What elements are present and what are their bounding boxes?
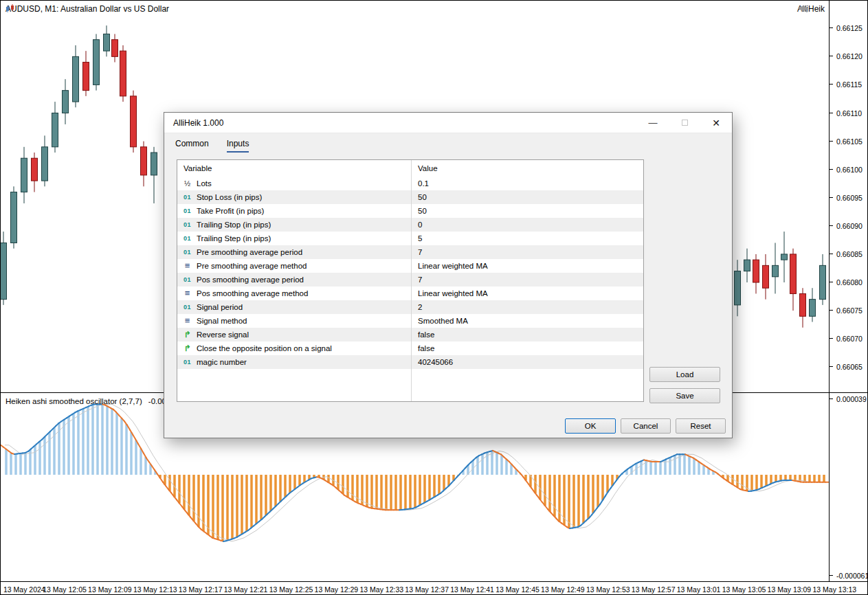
parameter-name: Signal method (197, 317, 247, 325)
time-axis[interactable]: 13 May 202413 May 12:0513 May 12:0913 Ma… (1, 581, 868, 595)
parameter-cell: 01magic number (177, 357, 412, 367)
parameter-value[interactable]: 50 (412, 193, 427, 201)
price-axis-label: 0.66080 (830, 278, 868, 287)
inputs-table: Variable Value ½Lots0.101Stop Loss (in p… (177, 159, 644, 402)
indicator-scale-max: 0.000039 (830, 395, 868, 403)
parameter-row[interactable]: 01Stop Loss (in pips)50 (177, 190, 643, 204)
parameter-name: Trailing Stop (in pips) (197, 221, 271, 229)
parameter-name: Trailing Step (in pips) (197, 234, 271, 243)
ok-button[interactable]: OK (565, 418, 616, 434)
enum-type-icon: ≡ (182, 261, 192, 271)
parameter-value[interactable]: 5 (412, 234, 422, 243)
parameter-name: Signal period (197, 303, 243, 311)
parameter-cell: ↱Reverse signal (177, 330, 412, 339)
parameter-cell: ≡Pos smoothing average method (177, 289, 412, 298)
time-axis-label: 13 May 12:57 (632, 585, 676, 594)
bool-type-icon: ↱ (182, 330, 192, 339)
parameter-name: Pos smoothing average method (197, 289, 308, 298)
table-header-row: Variable Value (177, 160, 643, 177)
symbol-label: AUDUSD, M1: Australian Dollar vs US Doll… (5, 4, 169, 14)
tab-common[interactable]: Common (175, 139, 209, 153)
tab-inputs[interactable]: Inputs (227, 139, 249, 153)
close-button[interactable]: ✕ (700, 113, 732, 133)
parameter-cell: ½Lots (177, 179, 412, 188)
time-axis-label: 13 May 12:09 (88, 585, 132, 594)
parameter-value[interactable]: Linear weighted MA (412, 262, 488, 270)
parameter-row[interactable]: 01Pre smoothing average period7 (177, 245, 643, 259)
parameter-name: Reverse signal (197, 330, 249, 339)
parameter-value[interactable]: 50 (412, 207, 427, 215)
time-axis-label: 13 May 12:21 (224, 585, 268, 594)
parameter-row[interactable]: ≡Pre smoothing average methodLinear weig… (177, 259, 643, 273)
price-axis-label: 0.66125 (830, 24, 868, 32)
load-button[interactable]: Load (649, 367, 720, 382)
price-axis-label: 0.66095 (830, 194, 868, 202)
parameter-value[interactable]: 2 (412, 303, 422, 311)
parameter-value[interactable]: 7 (412, 248, 422, 256)
time-axis-label: 13 May 12:41 (450, 585, 494, 594)
minimize-button[interactable]: — (637, 113, 669, 133)
parameter-row[interactable]: 01Trailing Step (in pips)5 (177, 232, 643, 245)
column-separator[interactable] (411, 160, 412, 401)
int-type-icon: 01 (182, 302, 192, 312)
price-axis-label: 0.66110 (830, 109, 868, 117)
parameter-row[interactable]: 01Pos smoothing average period7 (177, 273, 643, 287)
parameter-row[interactable]: 01Trailing Stop (in pips)0 (177, 218, 643, 232)
parameter-row[interactable]: ↱Reverse signalfalse (177, 328, 643, 341)
parameter-name: Lots (197, 179, 212, 188)
cancel-button[interactable]: Cancel (621, 418, 671, 434)
parameter-value[interactable]: 40245066 (412, 358, 453, 366)
symbol-info: AUDUSD, M1: Australian Dollar vs US Doll… (5, 4, 169, 14)
maximize-button[interactable] (669, 113, 700, 133)
time-axis-label: 13 May 2024 (3, 585, 45, 594)
ea-name-badge: AlliHeik (797, 4, 825, 14)
time-axis-label: 13 May 13:09 (768, 585, 812, 594)
parameter-value[interactable]: 7 (412, 276, 422, 284)
time-axis-label: 13 May 12:25 (269, 585, 313, 594)
parameter-row[interactable]: ↱Close the opposite position on a signal… (177, 341, 643, 355)
price-axis[interactable]: 0.000039 -0.000061 0.661250.661200.66115… (829, 1, 868, 581)
parameter-row[interactable]: 01Take Profit (in pips)50 (177, 204, 643, 218)
dialog-tabs: Common Inputs (164, 133, 732, 153)
reset-button[interactable]: Reset (676, 418, 726, 434)
parameter-value[interactable]: false (412, 344, 434, 352)
variable-column-header: Variable (177, 164, 412, 172)
chart-symbol-icon (5, 4, 15, 13)
int-type-icon: 01 (182, 357, 192, 367)
time-axis-label: 13 May 12:33 (359, 585, 403, 594)
time-axis-label: 13 May 13:13 (812, 585, 856, 594)
dialog-titlebar[interactable]: AlliHeik 1.000 — ✕ (164, 113, 732, 133)
value-column-header: Value (412, 164, 438, 172)
parameter-row[interactable]: ½Lots0.1 (177, 177, 643, 190)
parameter-name: Pre smoothing average method (197, 262, 307, 270)
save-button[interactable]: Save (649, 388, 720, 403)
price-axis-label: 0.66085 (830, 250, 868, 258)
parameter-value[interactable]: Linear weighted MA (412, 289, 488, 298)
parameter-value[interactable]: 0.1 (412, 179, 429, 188)
int-type-icon: 01 (182, 247, 192, 257)
parameter-value[interactable]: false (412, 330, 434, 339)
parameter-row[interactable]: 01magic number40245066 (177, 355, 643, 369)
int-type-icon: 01 (182, 192, 192, 202)
int-type-icon: 01 (182, 275, 192, 284)
time-axis-label: 13 May 12:37 (405, 585, 449, 594)
parameter-value[interactable]: 0 (412, 221, 422, 229)
parameter-name: Take Profit (in pips) (197, 207, 264, 215)
parameter-cell: ↱Close the opposite position on a signal (177, 344, 412, 353)
parameter-row[interactable]: 01Signal period2 (177, 300, 643, 314)
time-axis-label: 13 May 13:01 (677, 585, 721, 594)
price-axis-label: 0.66120 (830, 52, 868, 60)
parameter-row[interactable]: ≡Signal methodSmoothed MA (177, 314, 643, 328)
parameter-cell: ≡Signal method (177, 316, 412, 326)
parameter-rows: ½Lots0.101Stop Loss (in pips)5001Take Pr… (177, 177, 643, 369)
parameter-row[interactable]: ≡Pos smoothing average methodLinear weig… (177, 287, 643, 300)
parameter-value[interactable]: Smoothed MA (412, 317, 468, 325)
time-axis-label: 13 May 12:53 (586, 585, 630, 594)
parameter-cell: 01Trailing Step (in pips) (177, 234, 412, 243)
parameter-cell: 01Pre smoothing average period (177, 247, 412, 257)
time-axis-label: 13 May 13:05 (722, 585, 766, 594)
time-axis-label: 13 May 12:45 (496, 585, 539, 594)
expert-hat-icon (797, 4, 809, 13)
double-type-icon: ½ (182, 179, 192, 188)
price-axis-label: 0.66090 (830, 222, 868, 230)
